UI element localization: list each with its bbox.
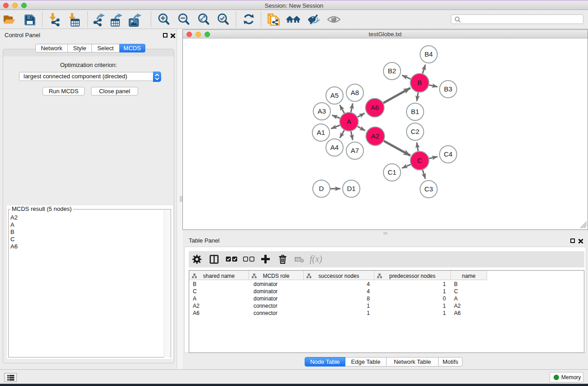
svg-text:C2: C2 [411,128,419,135]
svg-text:A8: A8 [351,89,359,96]
svg-text:A5: A5 [330,91,339,99]
svg-text:B4: B4 [425,50,433,58]
svg-text:D1: D1 [347,185,355,192]
svg-text:B: B [417,79,422,86]
svg-text:C: C [417,157,422,164]
svg-text:A3: A3 [318,107,326,115]
svg-text:B3: B3 [444,85,452,93]
svg-text:A2: A2 [371,132,379,140]
svg-text:C3: C3 [424,185,433,193]
svg-text:A4: A4 [330,143,339,151]
svg-text:C1: C1 [387,168,396,176]
svg-text:A6: A6 [371,104,379,111]
svg-text:A7: A7 [351,147,359,154]
svg-text:D: D [319,185,324,192]
svg-text:B1: B1 [411,108,419,115]
svg-text:A: A [347,118,351,125]
svg-text:A1: A1 [317,129,325,136]
svg-text:B2: B2 [388,67,396,75]
svg-text:C4: C4 [444,150,452,158]
